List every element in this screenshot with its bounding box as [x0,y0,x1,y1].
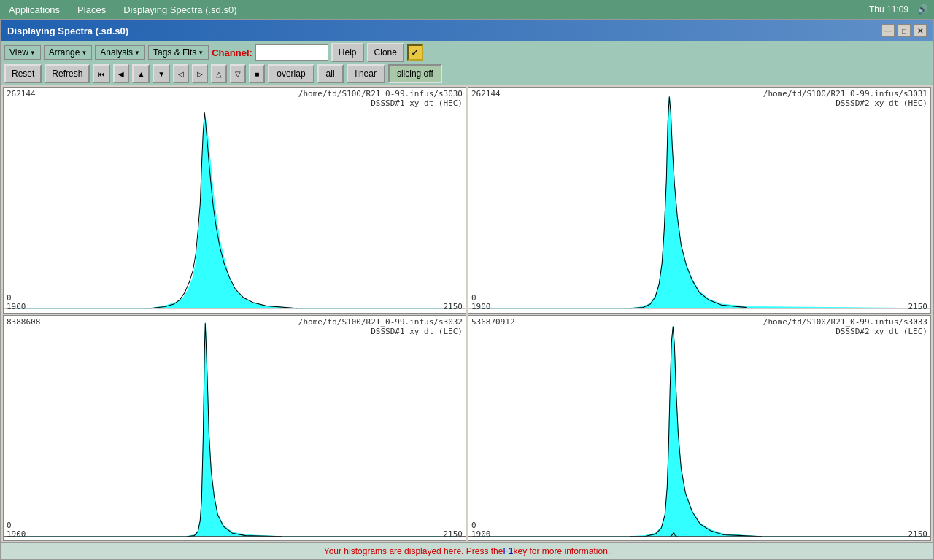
overlap-button[interactable]: overlap [268,64,314,83]
places-menu[interactable]: Places [74,3,109,17]
nav-up[interactable]: ▲ [132,64,150,83]
main-content: 262144 /home/td/S100/R21_0-99.infus/s303… [1,85,933,559]
window-title-taskbar: Displaying Spectra (.sd.s0) [120,3,239,17]
help-button[interactable]: Help [331,43,364,62]
all-button[interactable]: all [317,64,344,83]
chart-tl-count: 262144 [7,89,36,98]
nav-square[interactable]: ■ [249,64,265,83]
chart-top-left: 262144 /home/td/S100/R21_0-99.infus/s303… [3,87,466,314]
svg-rect-2 [468,88,930,313]
nav-up2[interactable]: △ [211,64,227,83]
status-key: F1 [503,546,513,556]
volume-icon[interactable]: 🔊 [917,4,928,15]
chart-bl-count: 8388608 [7,317,40,327]
channel-input[interactable] [255,44,328,61]
chart-tl-info: /home/td/S100/R21_0-99.infus/s3030DSSSD#… [298,89,463,108]
clone-button[interactable]: Clone [367,43,404,62]
chart-bl-info: /home/td/S100/R21_0-99.infus/s3032DSSSD#… [298,317,463,336]
chart-tl-svg [4,88,466,313]
chart-tr-xmin: 1900 [471,302,491,311]
maximize-button[interactable]: □ [898,24,911,37]
nav-down2[interactable]: ▽ [230,64,246,83]
svg-rect-6 [468,316,930,541]
chart-tr-xmax: 2150 [908,302,928,311]
toolbar: View Arrange Analysis Tags & Fits Channe… [1,41,933,85]
chart-br-xmin: 1900 [471,529,491,539]
reset-button[interactable]: Reset [4,64,42,83]
close-button[interactable]: ✕ [914,24,927,37]
chart-bl-xmax: 2150 [444,529,463,539]
status-bar: Your histograms are displayed here. Pres… [1,542,933,559]
nav-right[interactable]: ▷ [192,64,208,83]
tags-fits-menu[interactable]: Tags & Fits [148,45,209,60]
chart-bl-xmin: 1900 [7,529,26,539]
chart-br-svg [468,316,930,541]
chart-top-right: 262144 /home/td/S100/R21_0-99.infus/s303… [468,87,931,314]
linear-button[interactable]: linear [347,64,385,83]
chart-tl-xmax: 2150 [444,302,463,311]
slicing-off-button[interactable]: slicing off [388,64,442,83]
charts-area: 262144 /home/td/S100/R21_0-99.infus/s303… [1,85,933,542]
applications-menu[interactable]: Applications [6,3,63,17]
clock: Thu 11:09 [869,4,908,15]
chart-tr-count: 262144 [471,89,501,98]
chart-bottom-left: 8388608 /home/td/S100/R21_0-99.infus/s30… [3,315,466,542]
chart-tr-info: /home/td/S100/R21_0-99.infus/s3031DSSSD#… [763,89,927,108]
chart-br-xmax: 2150 [908,529,928,539]
nav-first[interactable]: ⏮ [93,64,110,83]
chart-tr-svg [468,88,930,313]
chart-bottom-right: 536870912 /home/td/S100/R21_0-99.infus/s… [468,315,931,542]
channel-label: Channel: [212,47,252,58]
main-window: Displaying Spectra (.sd.s0) — □ ✕ View A… [0,19,934,560]
svg-rect-0 [4,88,466,313]
nav-down[interactable]: ▼ [153,64,170,83]
status-text2: key for more information. [514,546,611,556]
chart-tl-xmin: 1900 [7,302,26,311]
svg-rect-4 [4,316,466,541]
chart-bl-svg [4,316,466,541]
view-menu[interactable]: View [4,45,41,60]
refresh-button[interactable]: Refresh [45,64,90,83]
checkbox-toggle[interactable]: ✓ [407,44,423,61]
nav-prev-small[interactable]: ◀ [113,64,129,83]
nav-left[interactable]: ◁ [173,64,189,83]
chart-br-info: /home/td/S100/R21_0-99.infus/s3033DSSSD#… [763,317,927,336]
analysis-menu[interactable]: Analysis [95,45,145,60]
window-title: Displaying Spectra (.sd.s0) [7,26,128,36]
chart-br-count: 536870912 [471,317,515,327]
arrange-menu[interactable]: Arrange [44,45,93,60]
top-taskbar: Applications Places Displaying Spectra (… [0,0,934,19]
minimize-button[interactable]: — [881,24,895,37]
status-text1: Your histograms are displayed here. Pres… [324,546,503,556]
title-bar: Displaying Spectra (.sd.s0) — □ ✕ [1,20,933,41]
